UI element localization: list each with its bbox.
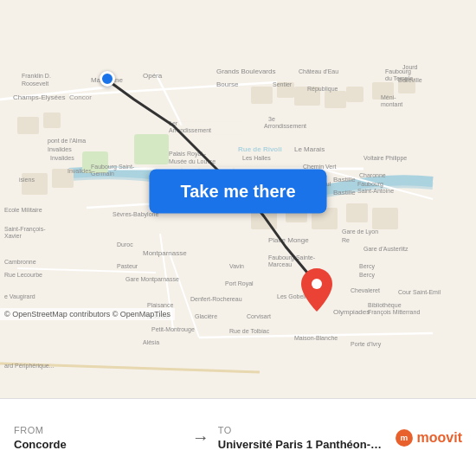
svg-text:François Mitterrand: François Mitterrand (368, 309, 420, 316)
svg-rect-33 (43, 113, 61, 128)
svg-text:Faubourg: Faubourg (385, 68, 411, 75)
svg-text:Bibliothèque: Bibliothèque (368, 302, 402, 309)
svg-text:Alésia: Alésia (143, 339, 159, 345)
svg-text:Rue de Tolbiac: Rue de Tolbiac (229, 328, 270, 334)
svg-text:Faubourg: Faubourg (357, 181, 383, 188)
svg-text:m: m (400, 433, 408, 442)
svg-text:3e: 3e (268, 116, 275, 122)
svg-text:Plaisance: Plaisance (147, 302, 173, 308)
svg-text:Sentier: Sentier (273, 81, 293, 87)
svg-text:Duroc: Duroc (117, 241, 133, 248)
svg-point-118 (312, 279, 322, 289)
svg-text:Ecole Militaire: Ecole Militaire (4, 207, 42, 213)
svg-text:Maison-Blanche: Maison-Blanche (294, 335, 338, 341)
svg-text:Rue de Rivoli: Rue de Rivoli (238, 145, 282, 153)
svg-text:du Temple: du Temple (385, 75, 413, 82)
svg-rect-20 (251, 87, 273, 104)
svg-text:Bastille: Bastille (333, 189, 356, 196)
svg-text:République: République (307, 86, 338, 93)
svg-text:montant: montant (381, 101, 402, 107)
arrow-icon: → (192, 428, 209, 447)
svg-text:Saint-François-: Saint-François- (4, 226, 46, 233)
svg-text:Charonne: Charonne (359, 172, 386, 178)
svg-text:Gare Montparnasse: Gare Montparnasse (125, 276, 179, 283)
svg-text:Invalides: Invalides (68, 168, 92, 174)
svg-text:isiens: isiens (19, 177, 35, 183)
svg-text:Faubourg Saint-: Faubourg Saint- (91, 164, 135, 170)
svg-text:Pasteur: Pasteur (117, 263, 138, 269)
destination-name: Université Paris 1 Panthéon-Sorbonne Cen… (218, 438, 388, 451)
origin-station: From Concorde (14, 425, 183, 451)
svg-text:Le Marais: Le Marais (294, 145, 325, 153)
svg-text:Place Monge: Place Monge (268, 236, 309, 244)
destination-label: To (218, 425, 388, 435)
moovit-logo: m moovit (395, 428, 462, 447)
svg-text:Invalides: Invalides (50, 155, 74, 161)
svg-text:Voltaire Philippe: Voltaire Philippe (363, 155, 407, 162)
svg-rect-18 (134, 134, 169, 164)
svg-text:Les Halles: Les Halles (242, 155, 271, 161)
svg-text:Marceau: Marceau (268, 261, 292, 267)
svg-text:Concor: Concor (69, 93, 92, 101)
svg-text:Gare de Lyon: Gare de Lyon (342, 228, 378, 235)
svg-text:Franklin D.: Franklin D. (22, 73, 51, 79)
svg-text:Vavin: Vavin (229, 263, 244, 269)
svg-text:pont de l'Alma: pont de l'Alma (48, 138, 86, 145)
svg-text:Opéra: Opéra (143, 72, 163, 80)
svg-text:Xavier: Xavier (4, 233, 23, 239)
svg-text:Saint-Antoine: Saint-Antoine (357, 188, 394, 194)
copyright-text: © OpenStreetMap contributors © OpenMapTi… (0, 308, 175, 320)
svg-text:Corvisart: Corvisart (247, 313, 271, 319)
svg-text:Gare d'Austerlitz: Gare d'Austerlitz (363, 246, 408, 252)
svg-rect-31 (372, 208, 398, 229)
svg-text:Glacière: Glacière (195, 313, 217, 319)
map-container: Champs-Elysées Franklin D. Roosevelt Mad… (0, 0, 476, 398)
svg-text:Cour Saint-Emil: Cour Saint-Emil (398, 289, 441, 295)
origin-pin (100, 71, 115, 87)
svg-text:Invalides: Invalides (48, 146, 72, 152)
svg-text:Sèvres-Babylone: Sèvres-Babylone (113, 211, 158, 218)
svg-text:Cambronne: Cambronne (4, 259, 36, 265)
bottom-bar: From Concorde → To Université Paris 1 Pa… (0, 398, 476, 476)
svg-text:Arrondissement: Arrondissement (264, 123, 306, 129)
svg-rect-32 (17, 117, 39, 134)
svg-text:Bercy: Bercy (359, 263, 375, 270)
take-me-there-button[interactable]: Take me there (149, 169, 326, 213)
destination-station: To Université Paris 1 Panthéon-Sorbonne … (218, 425, 388, 451)
svg-text:Bourse: Bourse (216, 80, 239, 88)
svg-text:Germain: Germain (91, 170, 114, 177)
svg-text:Montparnasse: Montparnasse (143, 249, 187, 257)
svg-text:Grands Boulevards: Grands Boulevards (216, 68, 275, 75)
svg-text:Château d'Eau: Château d'Eau (299, 68, 338, 74)
origin-name: Concorde (14, 438, 183, 451)
svg-rect-23 (325, 91, 346, 108)
svg-text:e Vaugirard: e Vaugirard (4, 293, 35, 300)
svg-text:Méni-: Méni- (381, 94, 396, 100)
svg-text:Chevaleret: Chevaleret (351, 287, 380, 293)
svg-text:Port Royal: Port Royal (225, 280, 254, 287)
origin-label: From (14, 425, 183, 435)
svg-rect-24 (346, 87, 363, 102)
svg-text:Bastille: Bastille (333, 176, 356, 183)
svg-text:Petit-Montrouge: Petit-Montrouge (151, 326, 195, 333)
svg-text:ard Périphérique...: ard Périphérique... (4, 363, 55, 370)
svg-text:Champs-Elysées: Champs-Elysées (13, 93, 65, 101)
svg-text:Rue Lecourbe: Rue Lecourbe (4, 272, 42, 278)
svg-text:Re: Re (342, 237, 350, 243)
moovit-icon: m (395, 428, 414, 447)
svg-rect-30 (346, 203, 368, 222)
svg-text:Denfert-Rochereau: Denfert-Rochereau (190, 296, 242, 302)
svg-text:Roosevelt: Roosevelt (22, 80, 48, 87)
svg-text:Olympiades: Olympiades (333, 308, 370, 316)
svg-text:Bercy: Bercy (359, 272, 375, 279)
moovit-text: moovit (417, 430, 462, 446)
svg-text:Porte d'Ivry: Porte d'Ivry (351, 341, 382, 348)
